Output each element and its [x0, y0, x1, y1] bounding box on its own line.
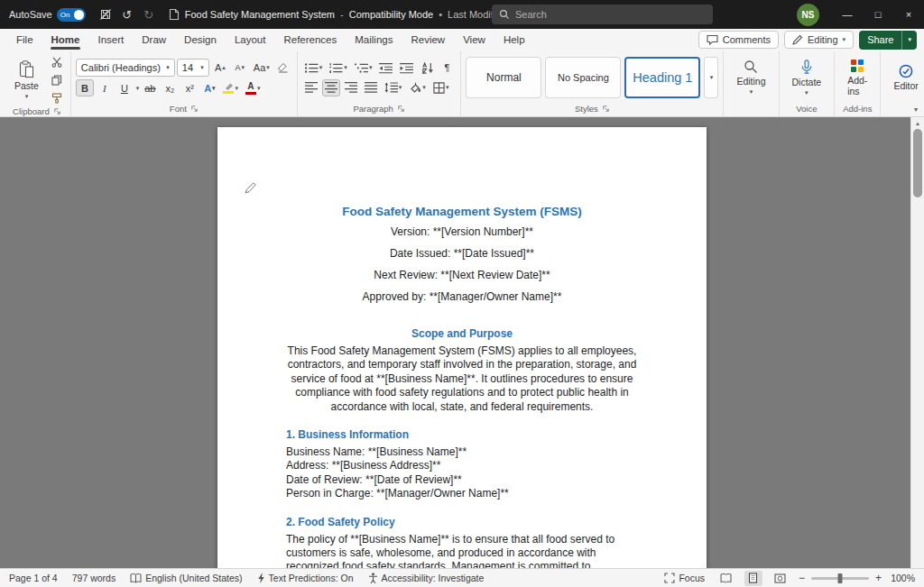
scrollbar-thumb[interactable]	[913, 129, 922, 197]
style-normal[interactable]: Normal	[466, 57, 541, 98]
paste-button[interactable]: Paste ▾	[8, 59, 45, 102]
addins-button[interactable]: Add-ins	[839, 57, 875, 98]
scroll-up-arrow-icon[interactable]: ▲	[911, 117, 924, 130]
multilevel-list-button[interactable]: ▾	[352, 60, 375, 77]
tab-review[interactable]: Review	[402, 31, 454, 50]
text-effects-button[interactable]: A▾	[200, 79, 218, 96]
paragraph-dialog-launcher[interactable]	[397, 105, 405, 113]
tab-insert[interactable]: Insert	[88, 31, 133, 50]
tab-help[interactable]: Help	[494, 31, 534, 50]
text-predictions[interactable]: Text Predictions: On	[257, 573, 354, 583]
undo-button[interactable]: ↺	[116, 4, 138, 25]
titlebar: AutoSave On ↺ ↻ Food Safety Management S…	[0, 0, 924, 29]
editing-button[interactable]: Editing ▾	[728, 58, 773, 97]
highlight-color-button[interactable]: ▾	[220, 79, 241, 96]
comments-button[interactable]: Comments	[698, 31, 779, 49]
font-group: Calibri (Headings) ▾ 14 ▾ A▴ A▾ Aa▾	[71, 51, 298, 116]
collapse-ribbon-chevron-icon[interactable]: ▾	[914, 105, 918, 114]
focus-mode-button[interactable]: Focus	[664, 573, 705, 583]
minimize-button[interactable]: —	[832, 0, 863, 29]
styles-gallery-more-button[interactable]: ▾	[704, 57, 718, 98]
grow-font-button[interactable]: A▴	[211, 60, 229, 77]
decrease-indent-button[interactable]	[376, 60, 395, 77]
bullets-button[interactable]: ▾	[302, 60, 326, 77]
copy-button[interactable]	[48, 71, 66, 88]
cut-button[interactable]	[48, 53, 66, 70]
align-left-icon	[305, 82, 318, 93]
font-name-select[interactable]: Calibri (Headings) ▾	[76, 59, 175, 77]
styles-dialog-launcher[interactable]	[602, 105, 610, 113]
justify-button[interactable]	[362, 79, 380, 96]
subscript-button[interactable]: x₂	[161, 79, 179, 96]
redo-button[interactable]: ↻	[138, 4, 160, 25]
strikethrough-button[interactable]: ab	[141, 79, 159, 96]
print-layout-button[interactable]	[744, 571, 762, 586]
tab-references[interactable]: References	[274, 31, 346, 50]
font-dialog-launcher[interactable]	[190, 105, 199, 113]
align-left-button[interactable]	[302, 79, 320, 96]
style-heading-1[interactable]: Heading 1	[624, 57, 700, 98]
editing-mode-button[interactable]: Editing ▾	[784, 31, 854, 49]
increase-indent-button[interactable]	[397, 60, 416, 77]
search-input[interactable]	[515, 9, 706, 20]
borders-button[interactable]: ▾	[430, 79, 452, 96]
editor-button[interactable]: Editor	[885, 62, 924, 93]
align-right-button[interactable]	[342, 79, 360, 96]
avatar[interactable]: NS	[797, 4, 819, 26]
underline-chevron-down-icon[interactable]: ▾	[136, 85, 140, 92]
proofing-status[interactable]: English (United States)	[130, 573, 242, 583]
zoom-slider[interactable]	[811, 577, 869, 580]
maximize-button[interactable]: □	[863, 0, 893, 29]
italic-button[interactable]: I	[96, 79, 114, 96]
zoom-out-button[interactable]: −	[799, 573, 805, 583]
clipboard-dialog-launcher[interactable]	[53, 107, 61, 115]
align-center-button[interactable]	[322, 79, 340, 96]
word-count[interactable]: 797 words	[72, 573, 116, 583]
tab-view[interactable]: View	[454, 31, 494, 50]
share-button[interactable]: Share ▾	[859, 31, 917, 50]
tab-design[interactable]: Design	[175, 31, 226, 50]
shrink-font-button[interactable]: A▾	[231, 60, 249, 77]
document-page[interactable]: Food Safety Management System (FSMS) Ver…	[217, 127, 707, 568]
style-normal-label: Normal	[486, 71, 522, 84]
bold-button[interactable]: B	[76, 79, 94, 96]
autosave-control[interactable]: AutoSave On	[9, 8, 86, 22]
tab-home[interactable]: Home	[42, 31, 89, 50]
autosave-toggle[interactable]: On	[57, 8, 86, 22]
share-chevron-down-icon[interactable]: ▾	[902, 31, 917, 50]
save-button[interactable]	[95, 4, 116, 25]
editing-group-label-row	[728, 102, 773, 116]
shading-button[interactable]: ▾	[406, 79, 429, 96]
tabbar-right: Comments Editing ▾ Share ▾	[698, 31, 924, 50]
font-color-button[interactable]: A ▾	[243, 79, 263, 96]
font-size-select[interactable]: 14 ▾	[177, 59, 209, 77]
change-case-button[interactable]: Aa▾	[251, 60, 273, 77]
sort-button[interactable]	[418, 60, 436, 77]
search-box[interactable]	[492, 5, 713, 24]
web-layout-button[interactable]	[772, 571, 790, 586]
zoom-in-button[interactable]: +	[875, 573, 882, 583]
read-mode-button[interactable]	[717, 571, 735, 586]
vertical-scrollbar[interactable]: ▲	[910, 117, 924, 568]
page-indicator[interactable]: Page 1 of 4	[9, 573, 58, 583]
font-color-icon: A	[245, 82, 256, 95]
subscript-label: x₂	[165, 83, 174, 94]
clear-formatting-button[interactable]	[274, 60, 292, 77]
accessibility-status[interactable]: Accessibility: Investigate	[368, 573, 485, 583]
line-spacing-button[interactable]: ▾	[382, 79, 405, 96]
underline-button[interactable]: U	[116, 79, 134, 96]
style-no-spacing[interactable]: No Spacing	[545, 57, 621, 98]
zoom-slider-thumb[interactable]	[837, 573, 842, 583]
zoom-percentage[interactable]: 100%	[888, 573, 915, 583]
tab-draw[interactable]: Draw	[133, 31, 175, 50]
close-button[interactable]: ×	[893, 0, 924, 29]
dictate-button[interactable]: Dictate ▾	[784, 58, 830, 98]
numbering-button[interactable]: ▾	[327, 60, 350, 77]
superscript-button[interactable]: x²	[180, 79, 199, 96]
show-paragraph-marks-button[interactable]: ¶	[438, 60, 456, 77]
format-painter-button[interactable]	[48, 89, 66, 106]
addins-grid-icon	[850, 59, 864, 73]
tab-mailings[interactable]: Mailings	[346, 31, 402, 50]
tab-file[interactable]: File	[7, 31, 42, 50]
tab-layout[interactable]: Layout	[226, 31, 275, 50]
